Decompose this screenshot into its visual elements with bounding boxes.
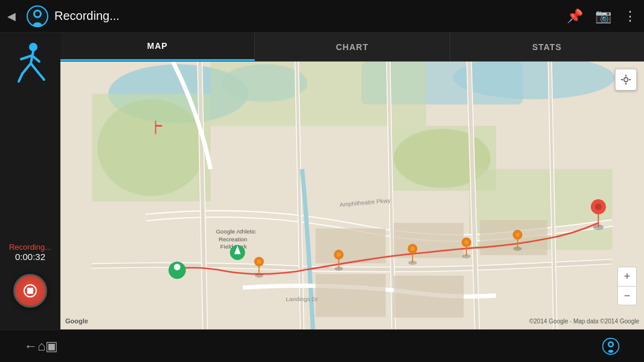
app-title: Recording... [54,9,120,23]
svg-line-7 [32,56,39,62]
runner-icon [14,42,47,87]
svg-point-3 [35,11,40,16]
svg-point-52 [410,247,414,251]
svg-rect-39 [394,276,464,318]
svg-text:Google Athletic: Google Athletic [216,228,256,235]
tab-map[interactable]: MAP [60,33,255,61]
bottom-nav: ← ⌂ ▣ [0,329,644,362]
svg-point-55 [464,240,468,244]
svg-point-76 [608,349,613,352]
tab-bar: MAP CHART STATS [60,33,644,62]
locate-button[interactable] [615,69,637,91]
svg-point-46 [257,259,261,264]
top-bar-left: ◀ Recording... [7,5,567,27]
svg-text:Landings Dr: Landings Dr [286,296,318,302]
svg-point-69 [624,78,628,82]
zoom-out-button[interactable]: − [617,286,637,305]
svg-point-20 [97,99,205,195]
tab-chart[interactable]: CHART [255,33,449,61]
svg-line-11 [38,72,44,80]
svg-rect-21 [211,62,427,126]
map-area[interactable]: Google Athletic Recreation Field Park Am… [60,62,644,329]
svg-line-9 [19,74,22,81]
timer-display: 0:00:32 [15,252,45,262]
svg-point-49 [336,253,341,257]
svg-rect-38 [315,274,385,317]
nav-back-button[interactable]: ← [24,338,37,354]
app-icon [27,5,48,27]
camera-icon[interactable]: 📷 [595,8,611,24]
google-logo: Google [65,317,88,325]
pin-icon[interactable]: 📌 [567,8,583,24]
svg-text:Recreation: Recreation [219,236,247,243]
nav-recent-button[interactable]: ▣ [45,338,58,354]
top-bar-right: 📌 📷 ⋮ [567,8,637,24]
stop-button[interactable] [13,274,47,308]
nav-app-icon[interactable] [602,337,620,355]
recording-label: Recording... [9,243,51,252]
zoom-controls: + − [617,267,637,305]
content-area: MAP CHART STATS [60,33,644,329]
svg-rect-42 [156,125,163,127]
svg-line-8 [22,63,31,74]
map-view: Google Athletic Recreation Field Park Am… [60,62,644,329]
nav-home-button[interactable]: ⌂ [37,338,45,354]
main-layout: Recording... 0:00:32 MAP CHART STATS [0,33,644,329]
svg-rect-13 [27,288,33,294]
svg-line-6 [21,56,32,59]
top-bar: ◀ Recording... 📌 📷 ⋮ [0,0,644,33]
svg-line-10 [31,63,38,72]
svg-rect-37 [480,220,547,255]
svg-point-58 [515,233,520,237]
svg-point-4 [29,43,37,51]
back-button[interactable]: ◀ [7,10,16,23]
svg-point-2 [33,22,42,27]
sidebar: Recording... 0:00:32 [0,33,60,329]
svg-point-41 [174,264,181,270]
map-attribution: ©2014 Google · Map data ©2014 Google [529,318,639,325]
zoom-in-button[interactable]: + [617,267,637,286]
tab-stats[interactable]: STATS [450,33,644,61]
svg-point-61 [595,203,602,210]
menu-icon[interactable]: ⋮ [623,8,637,24]
svg-point-77 [610,343,613,346]
